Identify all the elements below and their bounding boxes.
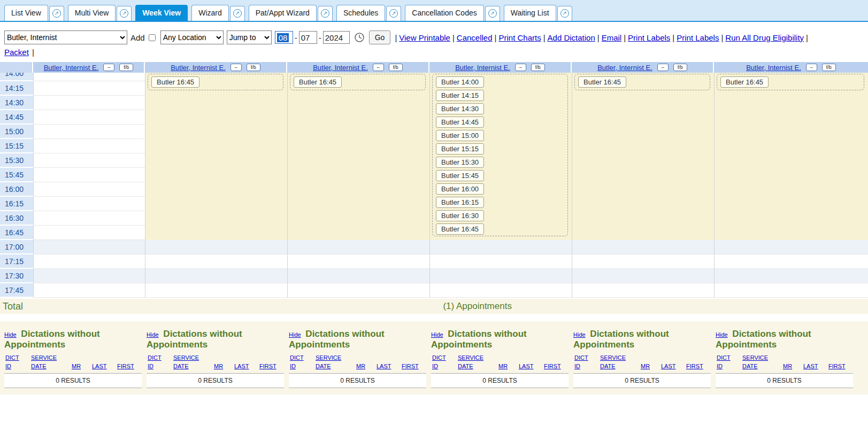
- appointment-chip[interactable]: Butler 16:00: [436, 183, 484, 195]
- slot-cell[interactable]: [34, 139, 145, 153]
- sort-header-first[interactable]: FIRST: [544, 362, 567, 371]
- link-add-dictation[interactable]: Add Dictation: [548, 33, 595, 42]
- tab-list-view[interactable]: List View↗: [4, 5, 64, 21]
- fb-button[interactable]: f/b: [531, 64, 545, 71]
- collapse-column-button[interactable]: –: [103, 64, 114, 71]
- slot-cell[interactable]: [145, 283, 287, 298]
- sort-header-service-date[interactable]: SERVICE DATE: [31, 354, 72, 371]
- clock-icon[interactable]: [354, 32, 365, 43]
- sort-header-dict-id[interactable]: DICT ID: [5, 354, 31, 371]
- open-in-new-icon[interactable]: ↗: [557, 6, 572, 21]
- go-button[interactable]: Go: [369, 30, 391, 44]
- sort-header-last[interactable]: LAST: [234, 362, 259, 371]
- hide-link[interactable]: Hide: [289, 331, 301, 338]
- sort-header-dict-id[interactable]: DICT ID: [148, 354, 173, 371]
- slot-cell[interactable]: [572, 153, 714, 168]
- slot-cell[interactable]: [34, 125, 145, 139]
- tab-label[interactable]: Cancellation Codes: [405, 5, 483, 21]
- appointment-chip[interactable]: Butler 15:15: [436, 143, 484, 154]
- slot-cell[interactable]: [572, 269, 714, 283]
- tab-waiting-list[interactable]: Waiting List↗: [504, 5, 572, 21]
- appointment-chip[interactable]: Butler 16:15: [436, 197, 484, 208]
- slot-cell[interactable]: [715, 240, 868, 254]
- hide-link[interactable]: Hide: [573, 331, 586, 338]
- slot-cell[interactable]: [288, 211, 429, 226]
- jump-to-select[interactable]: Jump to: [227, 30, 272, 44]
- sort-header-last[interactable]: LAST: [661, 362, 686, 371]
- slot-cell[interactable]: [288, 240, 429, 254]
- sort-header-dict-id[interactable]: DICT ID: [432, 354, 458, 371]
- slot-cell[interactable]: [34, 96, 145, 110]
- slot-cell[interactable]: [34, 211, 145, 226]
- collapse-column-button[interactable]: –: [515, 64, 526, 71]
- slot-cell[interactable]: [572, 226, 714, 240]
- tab-label[interactable]: Pat/Appt Wizard: [249, 5, 317, 21]
- slot-cell[interactable]: [145, 153, 287, 168]
- slot-cell[interactable]: [34, 283, 145, 298]
- date-month-input[interactable]: 08: [275, 31, 293, 44]
- appointment-chip[interactable]: Butler 16:45: [151, 76, 199, 88]
- slot-cell[interactable]: [34, 182, 145, 197]
- slot-cell[interactable]: [288, 168, 429, 182]
- fb-button[interactable]: f/b: [247, 64, 260, 71]
- slot-cell[interactable]: [145, 139, 287, 153]
- slot-cell[interactable]: [288, 125, 429, 139]
- slot-cell[interactable]: [572, 211, 714, 226]
- open-in-new-icon[interactable]: ↗: [485, 6, 500, 21]
- slot-cell[interactable]: [288, 226, 429, 240]
- slot-cell[interactable]: [145, 269, 287, 283]
- tab-label[interactable]: Schedules: [336, 5, 385, 21]
- provider-column-link[interactable]: Butler, Internist E.: [313, 64, 368, 72]
- date-year-input[interactable]: 2024: [323, 31, 350, 44]
- slot-cell[interactable]: [715, 153, 868, 168]
- slot-cell[interactable]: [430, 240, 572, 254]
- sort-header-mr[interactable]: MR: [641, 362, 661, 371]
- tab-schedules[interactable]: Schedules↗: [336, 5, 401, 21]
- sort-header-mr[interactable]: MR: [498, 362, 519, 371]
- slot-cell[interactable]: [715, 226, 868, 240]
- fb-button[interactable]: f/b: [119, 64, 133, 71]
- slot-cell[interactable]: [34, 226, 145, 240]
- slot-cell[interactable]: [715, 139, 868, 153]
- slot-cell[interactable]: [34, 81, 145, 96]
- slot-cell[interactable]: [572, 197, 714, 211]
- slot-cell[interactable]: [288, 197, 429, 211]
- link-cancelled[interactable]: Cancelled: [457, 33, 493, 42]
- slot-cell[interactable]: [34, 73, 145, 81]
- appointment-chip[interactable]: Butler 15:00: [436, 130, 484, 141]
- open-in-new-icon[interactable]: ↗: [49, 6, 64, 21]
- slot-cell[interactable]: [145, 240, 287, 254]
- slot-cell[interactable]: [430, 283, 572, 298]
- collapse-column-button[interactable]: –: [373, 64, 384, 71]
- open-in-new-icon[interactable]: ↗: [230, 6, 245, 21]
- slot-cell[interactable]: [34, 153, 145, 168]
- slot-cell[interactable]: [715, 168, 868, 182]
- sort-header-dict-id[interactable]: DICT ID: [290, 354, 316, 371]
- slot-cell[interactable]: [288, 254, 429, 269]
- open-in-new-icon[interactable]: ↗: [117, 6, 132, 21]
- slot-cell[interactable]: [715, 110, 868, 125]
- slot-cell[interactable]: [288, 269, 429, 283]
- sort-header-last[interactable]: LAST: [519, 362, 544, 371]
- slot-cell[interactable]: [145, 197, 287, 211]
- sort-header-mr[interactable]: MR: [72, 362, 92, 371]
- slot-cell[interactable]: [572, 139, 714, 153]
- slot-cell[interactable]: [145, 226, 287, 240]
- sort-header-mr[interactable]: MR: [356, 362, 377, 371]
- slot-cell[interactable]: [145, 182, 287, 197]
- sort-header-service-date[interactable]: SERVICE DATE: [600, 354, 641, 371]
- hide-link[interactable]: Hide: [716, 331, 728, 338]
- slot-cell[interactable]: [34, 254, 145, 269]
- tab-week-view[interactable]: Week View: [135, 5, 188, 21]
- slot-cell[interactable]: [715, 96, 868, 110]
- slot-cell[interactable]: [288, 182, 429, 197]
- provider-column-link[interactable]: Butler, Internist E.: [746, 64, 801, 72]
- slot-cell[interactable]: [715, 269, 868, 283]
- slot-cell[interactable]: [288, 110, 429, 125]
- slot-cell[interactable]: [715, 125, 868, 139]
- slot-cell[interactable]: [572, 125, 714, 139]
- appointment-chip[interactable]: Butler 14:00: [436, 76, 484, 88]
- open-in-new-icon[interactable]: ↗: [386, 6, 401, 21]
- collapse-column-button[interactable]: –: [231, 64, 242, 71]
- tab-label[interactable]: Multi View: [68, 5, 116, 21]
